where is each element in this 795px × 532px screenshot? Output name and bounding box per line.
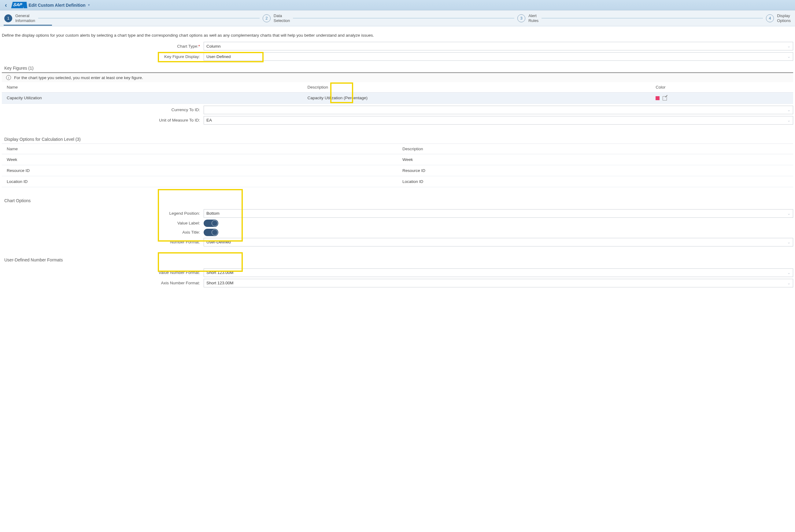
wizard-step-data-selection[interactable]: 2 DataSelection [263, 14, 290, 23]
step-separator [38, 18, 259, 19]
chart-type-select[interactable]: Column ⌵ [204, 42, 793, 51]
color-swatch-icon [655, 96, 660, 100]
key-figure-display-select[interactable]: User-Defined ⌵ [204, 52, 793, 61]
key-figures-title: Key Figures (1) [4, 66, 793, 71]
back-button[interactable]: ‹ [5, 2, 7, 8]
info-icon: i [6, 75, 11, 80]
value-number-format-label: Value Number Format: [2, 270, 204, 275]
col-name: Name [2, 82, 302, 93]
key-figure-display-value: User-Defined [206, 54, 231, 59]
step-number: 1 [4, 14, 12, 22]
page-title-text: Edit Custom Alert Definition [29, 3, 85, 8]
wizard-step-general-information[interactable]: 1 GeneralInformation [4, 14, 35, 23]
chart-type-label: Chart Type:* [2, 44, 204, 49]
chevron-down-icon: ⌵ [788, 108, 790, 112]
chevron-down-icon: ⌵ [788, 240, 790, 244]
currency-to-id-label: Currency To ID: [2, 108, 204, 112]
uom-to-id-value: EA [206, 118, 212, 122]
edit-icon[interactable] [663, 96, 667, 100]
legend-position-select[interactable]: Bottom ⌵ [204, 209, 793, 218]
col-color: Color [651, 82, 793, 93]
cell-color [651, 93, 793, 103]
key-figures-info-text: For the chart type you selected, you mus… [14, 75, 143, 80]
chevron-down-icon: ⌵ [788, 118, 790, 122]
table-row[interactable]: Resource ID Resource ID [2, 165, 793, 176]
chevron-down-icon: ⌵ [788, 281, 790, 285]
key-figures-table: Name Description Color Capacity Utilizat… [2, 82, 793, 103]
legend-position-label: Legend Position: [2, 211, 204, 215]
uom-to-id-label: Unit of Measure To ID: [2, 118, 204, 122]
col-desc: Description [302, 82, 651, 93]
col-name: Name [2, 144, 397, 154]
value-number-format-value: Short 123.00M [206, 270, 234, 275]
col-desc: Description [397, 144, 793, 154]
key-figure-display-label: Key Figure Display: [2, 54, 204, 59]
sap-logo: SAP [11, 2, 24, 8]
step-number: 4 [766, 14, 774, 22]
user-number-formats-title: User-Defined Number Formats [4, 258, 793, 262]
axis-number-format-select[interactable]: Short 123.00M ⌵ [204, 279, 793, 287]
axis-title-toggle[interactable] [204, 229, 218, 236]
cell-name: Location ID [2, 176, 397, 187]
step-label: GeneralInformation [15, 14, 35, 23]
step-label: AlertRules [528, 14, 539, 23]
app-header: ‹ SAP Edit Custom Alert Definition ▼ [0, 0, 795, 11]
wizard-step-alert-rules[interactable]: 3 AlertRules [517, 14, 539, 23]
value-label-label: Value Label: [2, 221, 204, 225]
step-separator [542, 18, 763, 19]
calc-level-title: Display Options for Calculation Level (3… [4, 137, 793, 142]
currency-to-id-select[interactable]: ⌵ [204, 106, 793, 114]
step-number: 3 [517, 14, 525, 22]
cell-name: Capacity Utilization [2, 93, 302, 103]
calc-level-table: Name Description Week Week Resource ID R… [2, 144, 793, 187]
key-figures-info: i For the chart type you selected, you m… [2, 72, 793, 82]
cell-name: Resource ID [2, 165, 397, 176]
step-number: 2 [263, 14, 271, 22]
number-format-label: Number Format: [2, 240, 204, 244]
axis-number-format-value: Short 123.00M [206, 281, 234, 285]
cell-desc: Week [397, 154, 793, 165]
chevron-down-icon: ⌵ [788, 271, 790, 274]
axis-number-format-label: Axis Number Format: [2, 281, 204, 285]
cell-desc: Location ID [397, 176, 793, 187]
number-format-select[interactable]: User-Defined ⌵ [204, 238, 793, 246]
cell-name: Week [2, 154, 397, 165]
step-separator [293, 18, 514, 19]
number-format-value: User-Defined [206, 240, 231, 244]
chevron-down-icon: ⌵ [788, 44, 790, 48]
intro-text: Define the display options for your cust… [2, 33, 793, 38]
chart-type-value: Column [206, 44, 221, 49]
step-label: DisplayOptions [777, 14, 791, 23]
chevron-down-icon: ▼ [88, 3, 91, 7]
chart-options-title: Chart Options [4, 198, 793, 203]
chevron-down-icon: ⌵ [788, 55, 790, 58]
table-row[interactable]: Location ID Location ID [2, 176, 793, 187]
legend-position-value: Bottom [206, 211, 219, 215]
value-number-format-select[interactable]: Short 123.00M ⌵ [204, 268, 793, 277]
chevron-down-icon: ⌵ [788, 212, 790, 215]
wizard-step-display-options[interactable]: 4 DisplayOptions [766, 14, 791, 23]
cell-desc: Resource ID [397, 165, 793, 176]
step-label: DataSelection [274, 14, 290, 23]
table-row[interactable]: Capacity Utilization Capacity Utilizatio… [2, 93, 793, 103]
uom-to-id-select[interactable]: EA ⌵ [204, 116, 793, 125]
value-label-toggle[interactable] [204, 220, 218, 227]
axis-title-label: Axis Title: [2, 230, 204, 234]
cell-desc: Capacity Utilization (Percentage) [302, 93, 651, 103]
wizard-steps: 1 GeneralInformation 2 DataSelection 3 A… [0, 11, 795, 26]
table-row[interactable]: Week Week [2, 154, 793, 165]
page-title-dropdown[interactable]: Edit Custom Alert Definition ▼ [29, 3, 90, 8]
